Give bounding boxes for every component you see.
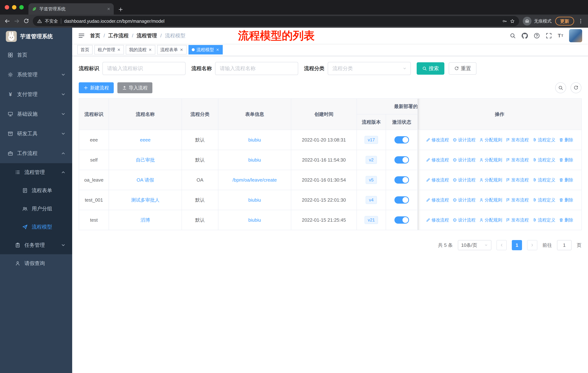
zoom-window-button[interactable]	[19, 5, 24, 10]
next-page-button[interactable]	[527, 240, 537, 250]
action-definition[interactable]: 流程定义	[532, 157, 555, 163]
github-icon[interactable]	[522, 33, 528, 39]
close-icon[interactable]	[180, 48, 183, 51]
prev-page-button[interactable]	[496, 240, 507, 250]
process-name-link[interactable]: 测试多审批人	[131, 197, 159, 203]
action-publish[interactable]: 发布流程	[506, 197, 529, 203]
close-icon[interactable]	[216, 48, 220, 51]
action-edit[interactable]: 修改流程	[426, 177, 449, 183]
active-toggle[interactable]	[394, 216, 409, 224]
close-window-button[interactable]	[5, 5, 9, 10]
sidebar-item-home[interactable]: 首页	[0, 45, 72, 65]
sidebar-item-process-model[interactable]: 流程模型	[0, 218, 72, 236]
action-assign-rules[interactable]: 分配规则	[479, 177, 502, 183]
reset-button[interactable]: 重置	[449, 62, 476, 75]
action-design[interactable]: 设计流程	[452, 177, 475, 183]
sidebar-item-process-management[interactable]: 流程管理	[0, 163, 72, 181]
tag-item[interactable]: 租户管理	[94, 45, 124, 54]
active-toggle[interactable]	[394, 136, 409, 143]
user-avatar[interactable]	[569, 29, 582, 42]
action-publish[interactable]: 发布流程	[506, 177, 529, 183]
close-tab-icon[interactable]	[107, 7, 110, 11]
tag-item[interactable]: 首页	[77, 45, 93, 54]
action-delete[interactable]: 删除	[559, 217, 573, 223]
goto-page-input[interactable]	[557, 240, 572, 250]
action-delete[interactable]: 删除	[559, 157, 573, 163]
action-publish[interactable]: 发布流程	[506, 217, 529, 223]
action-publish[interactable]: 发布流程	[506, 157, 529, 163]
action-edit[interactable]: 修改流程	[426, 197, 449, 203]
sidebar-item-dev-tools[interactable]: 研发工具	[0, 124, 72, 143]
hamburger-icon[interactable]	[78, 32, 85, 39]
sidebar-item-infrastructure[interactable]: 基础设施	[0, 104, 72, 124]
form-info-link[interactable]: biubiu	[248, 197, 261, 203]
breadcrumb-item[interactable]: 工作流程	[108, 32, 129, 39]
sidebar-item-leave-query[interactable]: 请假查询	[0, 254, 72, 272]
browser-tab[interactable]: 芋道管理系统	[28, 3, 114, 15]
sidebar-item-process-form[interactable]: 流程表单	[0, 181, 72, 200]
create-process-button[interactable]: 新建流程	[79, 82, 114, 93]
action-assign-rules[interactable]: 分配规则	[479, 137, 502, 143]
action-assign-rules[interactable]: 分配规则	[479, 157, 502, 163]
process-name-link[interactable]: eeee	[140, 137, 151, 143]
form-info-link[interactable]: biubiu	[248, 157, 261, 163]
tag-item[interactable]: 流程表单	[157, 45, 187, 54]
sidebar-item-payment-management[interactable]: ¥支付管理	[0, 84, 72, 104]
refresh-table-button[interactable]	[570, 82, 581, 93]
back-icon[interactable]	[4, 18, 10, 24]
breadcrumb-item[interactable]: 流程管理	[137, 32, 157, 39]
fullscreen-icon[interactable]	[546, 33, 552, 39]
process-name-input[interactable]	[215, 62, 298, 75]
current-page-button[interactable]: 1	[512, 240, 522, 250]
minimize-window-button[interactable]	[12, 5, 16, 10]
process-name-link[interactable]: 滔博	[141, 217, 150, 223]
action-definition[interactable]: 流程定义	[532, 177, 555, 183]
update-button[interactable]: 更新	[555, 17, 574, 26]
action-edit[interactable]: 修改流程	[426, 137, 449, 143]
key-icon[interactable]	[502, 19, 507, 23]
process-category-select[interactable]: 流程分类	[328, 62, 411, 75]
form-info-link[interactable]: /bpm/oa/leave/create	[232, 177, 277, 183]
process-name-link[interactable]: OA 请假	[136, 177, 154, 183]
action-delete[interactable]: 删除	[559, 177, 573, 183]
search-icon[interactable]	[510, 33, 516, 39]
help-icon[interactable]	[534, 33, 540, 39]
breadcrumb-item[interactable]: 首页	[90, 32, 100, 39]
action-definition[interactable]: 流程定义	[532, 197, 555, 203]
new-tab-button[interactable]	[118, 7, 123, 12]
active-toggle[interactable]	[394, 196, 409, 204]
tag-item[interactable]: 流程模型	[189, 45, 223, 54]
action-assign-rules[interactable]: 分配规则	[479, 197, 502, 203]
import-process-button[interactable]: 导入流程	[117, 82, 152, 93]
action-design[interactable]: 设计流程	[452, 137, 475, 143]
action-edit[interactable]: 修改流程	[426, 157, 449, 163]
process-name-link[interactable]: 自己审批	[136, 157, 155, 163]
toggle-search-button[interactable]	[555, 82, 566, 93]
sidebar-item-user-group[interactable]: 用户分组	[0, 200, 72, 218]
url-bar[interactable]: 不安全 dashboard.yudao.iocoder.cn/bpm/manag…	[33, 16, 519, 26]
action-delete[interactable]: 删除	[559, 137, 573, 143]
sidebar-item-workflow[interactable]: 工作流程	[0, 143, 72, 163]
search-button[interactable]: 搜索	[417, 62, 444, 75]
sidebar-item-system-management[interactable]: 系统管理	[0, 65, 72, 84]
app-logo[interactable]: 芋道管理系统	[0, 28, 72, 45]
close-icon[interactable]	[117, 48, 121, 51]
close-icon[interactable]	[148, 48, 152, 51]
active-toggle[interactable]	[394, 156, 409, 163]
forward-icon[interactable]	[14, 18, 20, 24]
action-delete[interactable]: 删除	[559, 197, 573, 203]
action-design[interactable]: 设计流程	[452, 217, 475, 223]
browser-menu-icon[interactable]	[578, 18, 584, 24]
process-id-input[interactable]	[102, 62, 186, 75]
action-design[interactable]: 设计流程	[452, 157, 475, 163]
active-toggle[interactable]	[394, 176, 409, 184]
action-definition[interactable]: 流程定义	[532, 217, 555, 223]
action-design[interactable]: 设计流程	[452, 197, 475, 203]
tag-item[interactable]: 我的流程	[126, 45, 155, 54]
sidebar-item-task-management[interactable]: 任务管理	[0, 236, 72, 254]
action-edit[interactable]: 修改流程	[426, 217, 449, 223]
form-info-link[interactable]: biubiu	[248, 137, 261, 143]
page-size-select[interactable]: 10条/页	[458, 240, 491, 250]
action-definition[interactable]: 流程定义	[532, 137, 555, 143]
bookmark-star-icon[interactable]	[510, 19, 515, 23]
